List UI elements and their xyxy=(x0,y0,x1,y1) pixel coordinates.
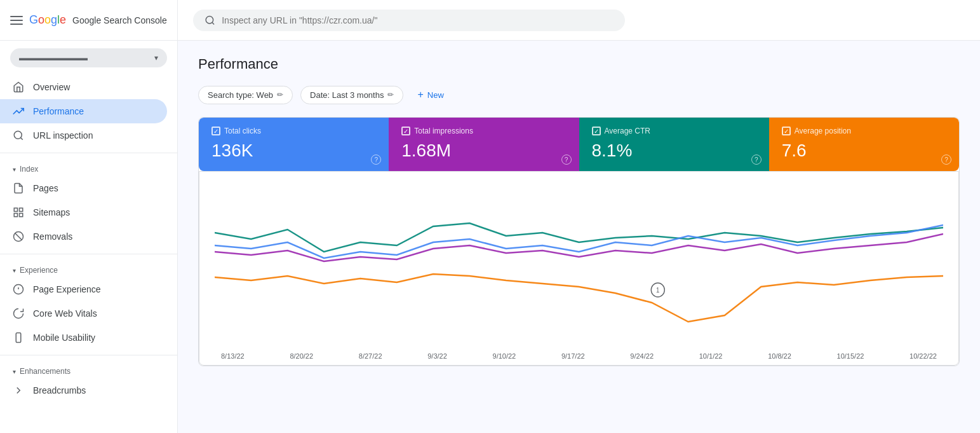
performance-chart: 1 xyxy=(215,182,943,347)
search-type-edit-icon: ✏ xyxy=(277,90,283,99)
property-dropdown-icon: ▾ xyxy=(154,53,158,62)
metric-card-clicks[interactable]: Total clicks 136K ? xyxy=(199,118,389,171)
sidebar-item-performance[interactable]: Performance xyxy=(0,99,167,123)
experience-section-header[interactable]: ▾ Experience xyxy=(0,259,177,277)
svg-line-14 xyxy=(212,22,214,24)
metric-card-ctr[interactable]: Average CTR 8.1% ? xyxy=(579,118,769,171)
app-title: Google Search Console xyxy=(72,15,167,25)
x-label-9: 10/8/22 xyxy=(768,352,791,360)
sidebar: Google Google Search Console ▬▬▬▬▬▬▬▬▬ ▾… xyxy=(0,0,178,433)
sidebar-item-sitemaps-label: Sitemaps xyxy=(33,207,70,217)
home-icon xyxy=(13,81,24,93)
sidebar-item-page-experience[interactable]: Page Experience xyxy=(0,277,167,301)
date-edit-icon: ✏ xyxy=(387,90,394,99)
ctr-checkbox[interactable] xyxy=(592,127,601,135)
metric-cards: Total clicks 136K ? Total impressions 1.… xyxy=(199,118,959,171)
enhancements-collapse-icon: ▾ xyxy=(13,368,16,375)
divider-1 xyxy=(0,153,177,153)
svg-rect-5 xyxy=(14,214,17,217)
sidebar-item-mobile-usability[interactable]: Mobile Usability xyxy=(0,326,167,350)
sidebar-item-mobile-usability-label: Mobile Usability xyxy=(33,333,95,343)
enhancements-section-header[interactable]: ▾ Enhancements xyxy=(0,361,177,378)
sidebar-item-pages-label: Pages xyxy=(33,183,58,193)
position-checkbox[interactable] xyxy=(782,127,791,135)
new-filter-plus-icon: + xyxy=(417,89,423,100)
sidebar-item-pages[interactable]: Pages xyxy=(0,176,167,200)
google-logo: Google xyxy=(29,13,66,27)
sidebar-item-core-web-vitals[interactable]: Core Web Vitals xyxy=(0,301,167,326)
sidebar-item-sitemaps[interactable]: Sitemaps xyxy=(0,200,167,224)
date-label: Date: Last 3 months xyxy=(310,90,384,100)
x-label-4: 9/3/22 xyxy=(427,352,447,360)
ctr-label: Average CTR xyxy=(605,127,650,135)
svg-rect-2 xyxy=(14,208,17,211)
svg-point-13 xyxy=(206,16,213,23)
main-content: Performance Search type: Web ✏ Date: Las… xyxy=(178,0,980,433)
sidebar-item-overview[interactable]: Overview xyxy=(0,75,167,99)
x-label-6: 9/17/22 xyxy=(561,352,585,360)
metric-card-impressions[interactable]: Total impressions 1.68M ? xyxy=(389,118,579,171)
date-filter[interactable]: Date: Last 3 months ✏ xyxy=(300,86,403,104)
metric-card-position[interactable]: Average position 7.6 ? xyxy=(769,118,959,171)
filter-bar: Search type: Web ✏ Date: Last 3 months ✏… xyxy=(198,85,960,104)
position-value: 7.6 xyxy=(782,141,946,161)
sidebar-item-url-inspection-label: URL inspection xyxy=(33,130,93,141)
sidebar-item-overview-label: Overview xyxy=(33,82,70,92)
position-help-icon[interactable]: ? xyxy=(941,155,951,165)
search-type-filter[interactable]: Search type: Web ✏ xyxy=(198,86,293,104)
impressions-help-icon[interactable]: ? xyxy=(561,155,572,165)
clicks-label: Total clicks xyxy=(224,127,261,135)
svg-line-7 xyxy=(15,233,22,240)
index-collapse-icon: ▾ xyxy=(13,166,16,173)
sidebar-item-removals-label: Removals xyxy=(33,231,72,242)
performance-icon xyxy=(13,106,24,117)
hamburger-menu-icon[interactable] xyxy=(10,16,23,25)
removals-icon xyxy=(13,231,24,242)
svg-rect-4 xyxy=(20,214,23,217)
x-label-11: 10/22/22 xyxy=(910,352,937,360)
property-selector[interactable]: ▬▬▬▬▬▬▬▬▬ ▾ xyxy=(10,48,167,67)
breadcrumbs-icon xyxy=(13,385,24,396)
search-input-container[interactable] xyxy=(193,10,625,31)
sidebar-item-core-web-vitals-label: Core Web Vitals xyxy=(33,308,97,319)
clicks-checkbox[interactable] xyxy=(211,127,220,135)
pages-icon xyxy=(13,182,24,194)
svg-text:1: 1 xyxy=(656,287,659,294)
sidebar-item-breadcrumbs[interactable]: Breadcrumbs xyxy=(0,378,167,402)
x-label-1: 8/13/22 xyxy=(221,352,245,360)
impressions-value: 1.68M xyxy=(401,141,566,161)
sidebar-item-removals[interactable]: Removals xyxy=(0,224,167,249)
x-label-7: 9/24/22 xyxy=(630,352,654,360)
index-section-header[interactable]: ▾ Index xyxy=(0,158,177,176)
clicks-help-icon[interactable]: ? xyxy=(371,155,381,165)
divider-2 xyxy=(0,254,177,254)
mobile-usability-icon xyxy=(13,332,24,343)
enhancements-section-label: Enhancements xyxy=(20,367,70,376)
svg-rect-3 xyxy=(20,208,23,211)
url-inspect-input[interactable] xyxy=(222,15,614,25)
index-section-label: Index xyxy=(20,165,38,174)
ctr-value: 8.1% xyxy=(592,141,756,161)
new-filter-button[interactable]: + New xyxy=(411,85,450,104)
sidebar-item-page-experience-label: Page Experience xyxy=(33,284,101,294)
svg-point-0 xyxy=(14,131,22,139)
search-icon xyxy=(205,15,215,26)
sidebar-item-performance-label: Performance xyxy=(33,106,84,116)
impressions-label: Total impressions xyxy=(414,127,473,135)
chart-container: 1 8/13/22 8/20/22 8/27/22 9/3/22 9/10/22… xyxy=(199,171,959,366)
x-label-10: 10/15/22 xyxy=(837,352,864,360)
impressions-checkbox[interactable] xyxy=(401,127,410,135)
content-area: Performance Search type: Web ✏ Date: Las… xyxy=(178,41,980,433)
x-label-8: 10/1/22 xyxy=(699,352,723,360)
property-label: ▬▬▬▬▬▬▬▬▬ xyxy=(19,53,88,62)
new-filter-label: New xyxy=(427,90,444,100)
divider-3 xyxy=(0,355,177,355)
chart-x-labels: 8/13/22 8/20/22 8/27/22 9/3/22 9/10/22 9… xyxy=(215,350,943,360)
ctr-help-icon[interactable]: ? xyxy=(751,155,762,165)
url-inspection-icon xyxy=(13,130,24,141)
sidebar-header: Google Google Search Console xyxy=(0,0,177,41)
search-bar xyxy=(178,0,980,41)
experience-section-label: Experience xyxy=(20,266,58,275)
page-experience-icon xyxy=(13,284,24,295)
sidebar-item-url-inspection[interactable]: URL inspection xyxy=(0,123,167,148)
